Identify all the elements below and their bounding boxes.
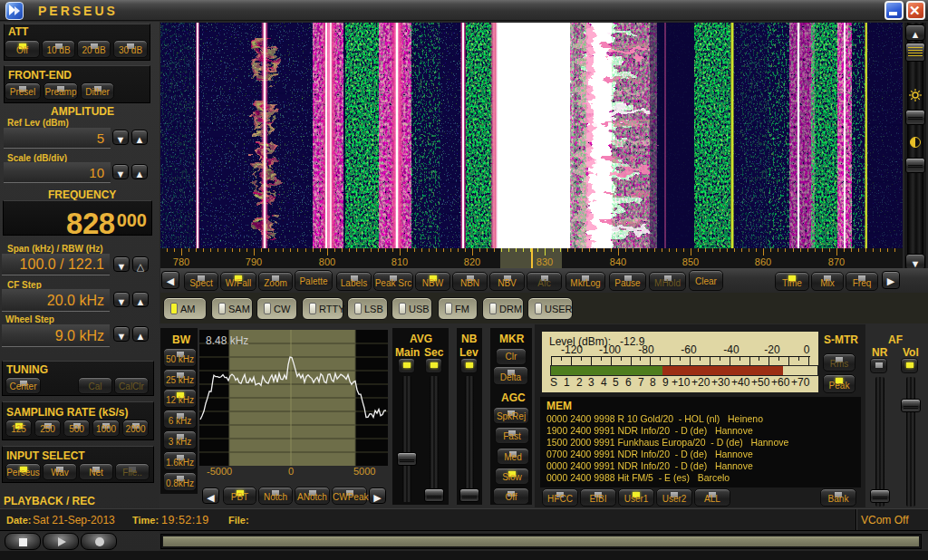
svg-text:8.48 kHz: 8.48 kHz	[206, 334, 248, 347]
